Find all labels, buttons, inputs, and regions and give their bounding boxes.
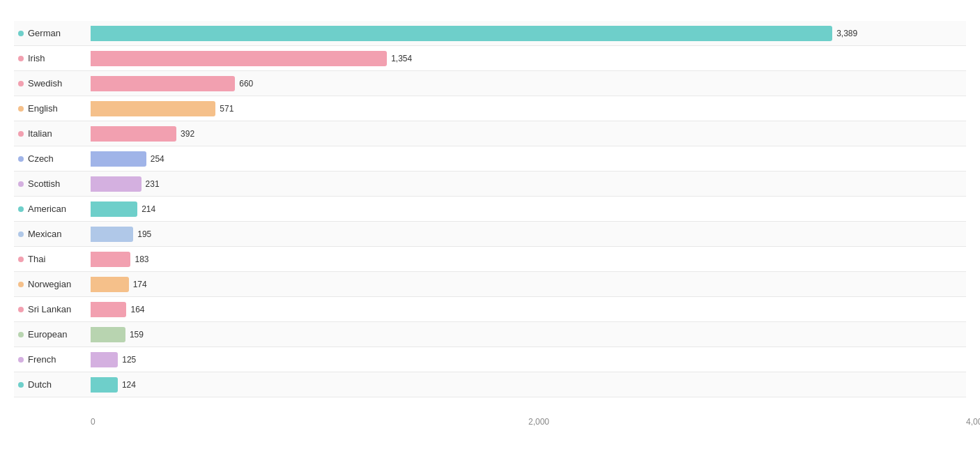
- bar-container: 1,354: [91, 51, 966, 66]
- bar-dot: [18, 307, 24, 312]
- bar-fill: [91, 176, 141, 192]
- bar-label: Sri Lankan: [14, 304, 91, 314]
- bar-value: 125: [122, 355, 136, 365]
- bar-label: Thai: [14, 254, 91, 264]
- bar-row: German3,389: [14, 21, 966, 46]
- bar-fill: [91, 377, 118, 393]
- bar-container: 164: [91, 302, 966, 317]
- bar-value: 392: [181, 129, 194, 139]
- bar-label: Swedish: [14, 78, 91, 89]
- bar-fill: [91, 151, 146, 167]
- bar-value: 124: [122, 380, 136, 390]
- bar-row: English571: [14, 96, 966, 121]
- x-axis-tick: 0: [91, 417, 95, 427]
- bar-fill: [91, 76, 235, 91]
- bar-dot: [18, 56, 24, 61]
- bar-value: 174: [133, 280, 147, 289]
- bar-label: Dutch: [14, 379, 91, 390]
- bar-label-text: Czech: [28, 153, 54, 164]
- bar-label-text: French: [28, 354, 56, 365]
- bar-label-text: Dutch: [28, 379, 52, 390]
- bar-label-text: Norwegian: [28, 279, 71, 289]
- bar-fill: [91, 302, 126, 317]
- bar-fill: [91, 26, 832, 41]
- bar-dot: [18, 31, 24, 36]
- bar-label: Irish: [14, 53, 91, 63]
- bar-fill: [91, 101, 215, 116]
- bar-label-text: Italian: [28, 128, 52, 139]
- bar-container: 231: [91, 176, 966, 192]
- bar-value: 231: [146, 179, 160, 189]
- bar-fill: [91, 352, 118, 367]
- bar-fill: [91, 227, 133, 242]
- bar-value: 254: [151, 154, 164, 164]
- bar-container: 214: [91, 201, 966, 217]
- bar-row: European159: [14, 322, 966, 347]
- bar-fill: [91, 327, 125, 342]
- bar-dot: [18, 257, 24, 262]
- bar-fill: [91, 277, 129, 292]
- bar-row: Norwegian174: [14, 272, 966, 297]
- bar-label-text: Swedish: [28, 78, 62, 89]
- bar-dot: [18, 106, 24, 112]
- bar-row: Mexican195: [14, 222, 966, 247]
- bar-label-text: European: [28, 329, 67, 340]
- bar-row: Irish1,354: [14, 46, 966, 71]
- bar-fill: [91, 126, 176, 142]
- bar-label: Mexican: [14, 229, 91, 239]
- bar-container: 174: [91, 277, 966, 292]
- x-axis-tick: 2,000: [528, 417, 549, 427]
- bar-label: Italian: [14, 128, 91, 139]
- bar-label-text: Mexican: [28, 229, 61, 239]
- bar-container: 159: [91, 327, 966, 342]
- bar-value: 159: [130, 330, 144, 340]
- bar-container: 3,389: [91, 26, 966, 41]
- bar-container: 660: [91, 76, 966, 91]
- bar-dot: [18, 206, 24, 212]
- bars-area: German3,389Irish1,354Swedish660English57…: [14, 21, 966, 411]
- bar-label: French: [14, 354, 91, 365]
- chart-container: German3,389Irish1,354Swedish660English57…: [0, 0, 980, 449]
- bar-container: 183: [91, 252, 966, 267]
- bar-dot: [18, 382, 24, 388]
- bar-label: Czech: [14, 153, 91, 164]
- bar-row: Czech254: [14, 146, 966, 172]
- bar-label: Norwegian: [14, 279, 91, 289]
- bar-label-text: English: [28, 103, 58, 114]
- bar-dot: [18, 282, 24, 287]
- bar-value: 571: [220, 104, 233, 114]
- bar-row: French125: [14, 347, 966, 372]
- bar-row: Scottish231: [14, 172, 966, 197]
- bar-dot: [18, 81, 24, 86]
- bar-label-text: Thai: [28, 254, 45, 264]
- x-axis: 02,0004,000: [91, 413, 966, 427]
- bar-fill: [91, 51, 387, 66]
- bar-row: Dutch124: [14, 372, 966, 397]
- bar-value: 195: [137, 229, 151, 239]
- bar-dot: [18, 357, 24, 363]
- bar-dot: [18, 131, 24, 137]
- bar-value: 183: [135, 254, 148, 264]
- bar-label: German: [14, 28, 91, 38]
- bar-row: Swedish660: [14, 71, 966, 96]
- bar-label-text: Irish: [28, 53, 45, 63]
- bar-value: 3,389: [836, 29, 857, 38]
- bar-label: European: [14, 329, 91, 340]
- bar-label-text: Scottish: [28, 178, 60, 189]
- bar-label-text: American: [28, 204, 66, 214]
- bar-container: 254: [91, 151, 966, 167]
- bar-container: 125: [91, 352, 966, 367]
- bar-row: Thai183: [14, 247, 966, 272]
- bar-dot: [18, 231, 24, 237]
- bar-value: 660: [239, 79, 253, 89]
- x-axis-tick: 4,000: [966, 417, 980, 427]
- bar-fill: [91, 201, 137, 217]
- bar-fill: [91, 252, 130, 267]
- bar-value: 214: [141, 204, 155, 214]
- bar-dot: [18, 156, 24, 162]
- bar-label-text: Sri Lankan: [28, 304, 71, 314]
- bar-container: 392: [91, 126, 966, 142]
- bar-label: American: [14, 204, 91, 214]
- bar-label: Scottish: [14, 178, 91, 189]
- bar-row: Sri Lankan164: [14, 297, 966, 322]
